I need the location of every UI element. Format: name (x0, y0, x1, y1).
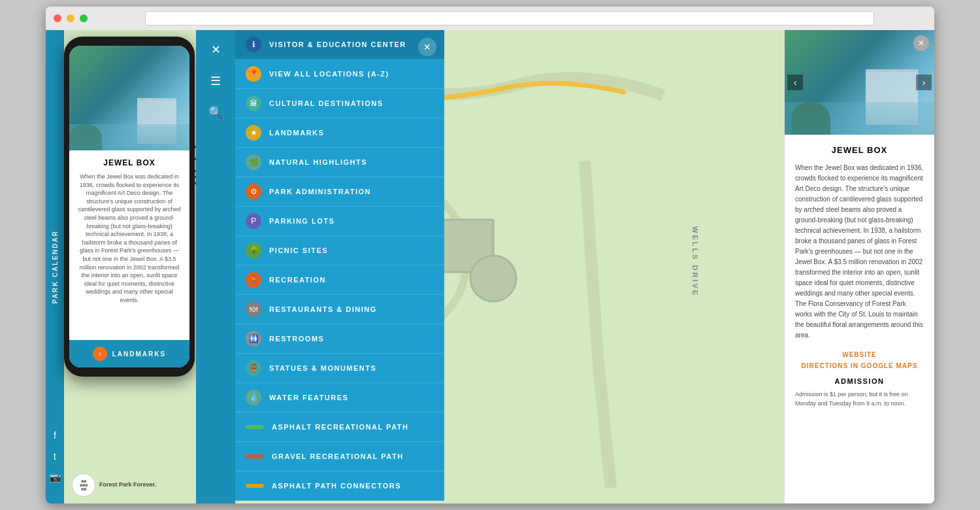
menu-nav-button[interactable]: ☰ (203, 68, 229, 94)
detail-close-button[interactable]: ✕ (913, 35, 929, 51)
cultural-label: CULTURAL DESTINATIONS (269, 99, 384, 107)
detail-title: JEWEL BOX (795, 145, 924, 155)
facebook-icon[interactable]: f (54, 430, 56, 441)
phone-mockup: JEWEL BOX When the Jewel Box was dedicat… (64, 37, 195, 377)
landmarks-icon: ★ (246, 125, 261, 141)
menu-item-landmarks[interactable]: ★ LANDMARKS (235, 118, 444, 148)
maximize-dot[interactable] (80, 14, 88, 22)
phone-title: JEWEL BOX (77, 158, 182, 167)
menu-item-asphalt-conn[interactable]: ASPHALT PATH CONNECTORS (235, 471, 444, 501)
park-admin-label: PARK ADMINISTRATION (269, 188, 371, 196)
detail-description: When the Jewel Box was dedicated in 1936… (795, 163, 924, 341)
wells-drive-label: WELLS DRIVE (691, 226, 699, 297)
directions-link[interactable]: DIRECTIONS IN GOOGLE MAPS (795, 362, 924, 369)
phone-footer: ‹ LANDMARKS (69, 340, 189, 367)
asphalt-rec-label: ASPHALT RECREATIONAL PATH (272, 423, 408, 431)
restaurants-label: RESTAURANTS & DINING (269, 305, 377, 313)
phone-description: When the Jewel Box was dedicated in 1936… (77, 173, 182, 305)
carousel-next-button[interactable]: › (916, 75, 932, 90)
statues-icon: 🏺 (246, 360, 261, 376)
asphalt-conn-label: ASPHALT PATH CONNECTORS (272, 482, 401, 490)
asphalt-rec-line-icon (246, 425, 264, 429)
natural-icon: 🌿 (246, 154, 261, 170)
minimize-dot[interactable] (67, 14, 74, 22)
phone-hero-image (69, 46, 189, 150)
menu-item-cultural[interactable]: 🏛 CULTURAL DESTINATIONS (235, 89, 444, 118)
browser-content: PARK CALENDAR (46, 30, 934, 503)
map-area: PARK CALENDAR (46, 30, 784, 503)
restaurants-icon: 🍽 (246, 301, 261, 317)
parking-icon: P (246, 213, 261, 229)
detail-image-carousel: ‹ › (785, 30, 934, 135)
menu-item-view-all[interactable]: 📍 VIEW ALL LOCATIONS (A-Z) (235, 60, 444, 89)
menu-item-restrooms[interactable]: 🚻 RESTROOMS (235, 324, 444, 354)
menu-item-visitor[interactable]: ℹ VISITOR & EDUCATION CENTER (235, 30, 444, 60)
logo-text: Forest Park Forever. (99, 481, 156, 489)
visitor-icon: ℹ (246, 37, 261, 52)
nav-overlay: ✕ ☰ 🔍 (196, 30, 235, 503)
picnic-label: PICNIC SITES (269, 246, 328, 254)
dropdown-panel: ✕ ℹ VISITOR & EDUCATION CENTER 📍 VIEW AL… (235, 30, 444, 501)
recreation-label: RECREATION (269, 276, 326, 284)
water-label: WATER FEATURES (269, 394, 348, 401)
address-bar[interactable] (145, 11, 874, 26)
menu-item-statues[interactable]: 🏺 STATUES & MONUMENTS (235, 354, 444, 383)
phone-footer-label: LANDMARKS (112, 350, 166, 358)
menu-item-recreation[interactable]: 🏃 RECREATION (235, 265, 444, 295)
browser-window: PARK CALENDAR (46, 7, 934, 503)
forest-park-logo: ✿✿✿✿✿✿✿ Forest Park Forever. (72, 473, 156, 497)
menu-item-picnic[interactable]: 🌳 PICNIC SITES (235, 236, 444, 265)
natural-label: NATURAL HIGHLIGHTS (269, 158, 367, 166)
menu-item-water[interactable]: 💧 WATER FEATURES (235, 383, 444, 413)
dropdown-close-button[interactable]: ✕ (418, 38, 436, 56)
visitor-label: VISITOR & EDUCATION CENTER (269, 41, 406, 48)
park-admin-icon: ⚙ (246, 184, 261, 199)
view-all-label: VIEW ALL LOCATIONS (A-Z) (269, 70, 389, 78)
carousel-prev-button[interactable]: ‹ (787, 75, 803, 90)
browser-titlebar (46, 7, 934, 30)
statues-label: STATUES & MONUMENTS (269, 364, 376, 372)
picnic-icon: 🌳 (246, 243, 261, 258)
water-icon: 💧 (246, 390, 261, 405)
detail-body: JEWEL BOX When the Jewel Box was dedicat… (785, 135, 934, 418)
phone-back-button[interactable]: ‹ (93, 347, 107, 361)
view-all-icon: 📍 (246, 66, 261, 82)
phone-content: JEWEL BOX When the Jewel Box was dedicat… (69, 150, 189, 340)
phone-screen: JEWEL BOX When the Jewel Box was dedicat… (69, 46, 189, 367)
twitter-icon[interactable]: t (54, 451, 56, 462)
social-bar: f t 📷 (46, 425, 64, 503)
menu-item-parking[interactable]: P PARKING LOTS (235, 207, 444, 236)
gravel-rec-label: GRAVEL RECREATIONAL PATH (272, 452, 404, 460)
detail-panel: ✕ ‹ › JEWEL BOX When the Jewel Box was d… (784, 30, 934, 503)
recreation-icon: 🏃 (246, 272, 261, 288)
website-link[interactable]: WEBSITE (795, 351, 924, 358)
menu-item-natural[interactable]: 🌿 NATURAL HIGHLIGHTS (235, 148, 444, 177)
menu-item-asphalt-rec[interactable]: ASPHALT RECREATIONAL PATH (235, 413, 444, 442)
cultural-icon: 🏛 (246, 95, 261, 111)
close-dot[interactable] (54, 14, 61, 22)
restrooms-icon: 🚻 (246, 331, 261, 347)
close-nav-button[interactable]: ✕ (203, 37, 229, 63)
menu-item-park-admin[interactable]: ⚙ PARK ADMINISTRATION (235, 177, 444, 207)
instagram-icon[interactable]: 📷 (50, 472, 61, 483)
restrooms-label: RESTROOMS (269, 335, 324, 343)
admission-title: ADMISSION (795, 377, 924, 385)
menu-item-restaurants[interactable]: 🍽 RESTAURANTS & DINING (235, 295, 444, 324)
parking-label: PARKING LOTS (269, 217, 335, 225)
landmarks-label: LANDMARKS (269, 129, 324, 137)
admission-text: Admission is $1 per person, but it is fr… (795, 390, 924, 408)
search-nav-button[interactable]: 🔍 (203, 99, 229, 126)
menu-item-gravel-rec[interactable]: GRAVEL RECREATIONAL PATH (235, 442, 444, 471)
park-calendar-label: PARK CALENDAR (52, 230, 59, 303)
gravel-rec-line-icon (246, 454, 264, 458)
asphalt-conn-line-icon (246, 484, 264, 488)
svg-point-5 (470, 256, 516, 301)
logo-emblem: ✿✿✿✿✿✿✿ (72, 473, 95, 497)
